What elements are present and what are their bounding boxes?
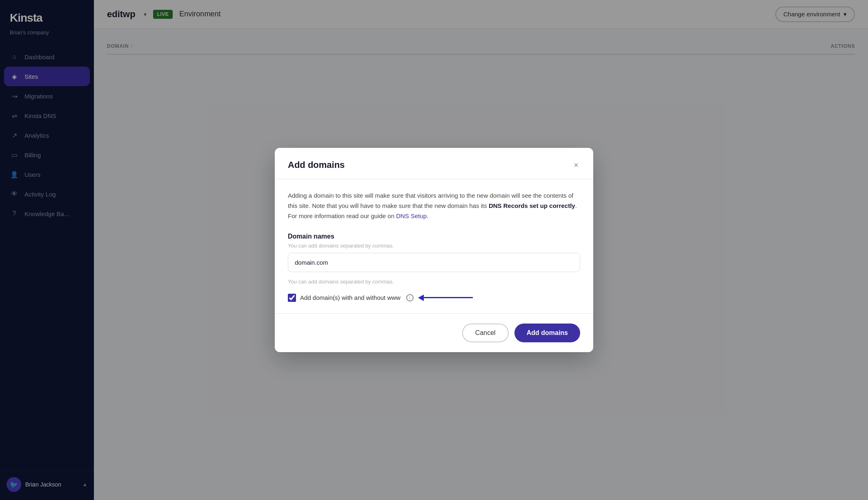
add-domains-modal: Add domains × Adding a domain to this si… [275, 148, 593, 352]
info-icon[interactable]: i [406, 294, 414, 301]
cancel-button[interactable]: Cancel [462, 324, 509, 342]
arrow-annotation [418, 295, 473, 301]
field-label: Domain names [288, 233, 580, 240]
arrow-head [418, 295, 424, 301]
modal-overlay[interactable]: Add domains × Adding a domain to this si… [0, 0, 868, 500]
checkbox-row: Add domain(s) with and without www i [288, 294, 580, 302]
domain-input[interactable] [288, 253, 580, 272]
field-hint: You can add domains separated by commas. [288, 243, 580, 249]
modal-title: Add domains [288, 160, 345, 170]
arrow-line [424, 297, 473, 298]
modal-header: Add domains × [275, 148, 593, 179]
modal-footer: Cancel Add domains [275, 313, 593, 352]
checkbox-label[interactable]: Add domain(s) with and without www [300, 294, 401, 301]
modal-body: Adding a domain to this site will make s… [275, 179, 593, 313]
add-domains-button[interactable]: Add domains [514, 324, 580, 342]
dns-setup-link[interactable]: DNS Setup [396, 212, 427, 219]
www-checkbox[interactable] [288, 294, 296, 302]
modal-close-button[interactable]: × [572, 159, 580, 171]
second-hint: You can add domains separated by commas. [288, 279, 580, 285]
modal-description: Adding a domain to this site will make s… [288, 191, 580, 221]
